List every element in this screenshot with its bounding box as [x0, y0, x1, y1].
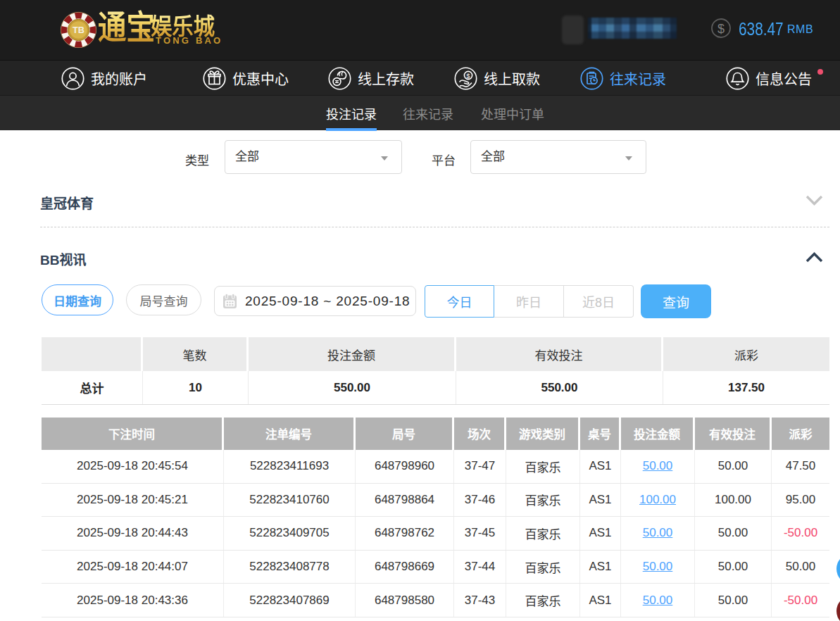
svg-text:$: $	[717, 22, 725, 36]
svg-text:$: $	[466, 71, 470, 79]
svg-text:TB: TB	[73, 25, 84, 35]
